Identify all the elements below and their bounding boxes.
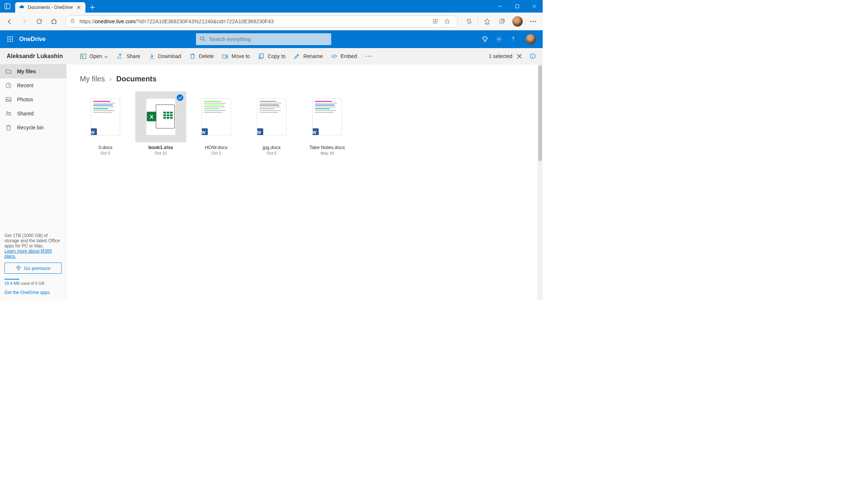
svg-line-23 bbox=[203, 40, 205, 41]
go-premium-button[interactable]: Go premium bbox=[4, 263, 62, 274]
account-avatar[interactable] bbox=[526, 34, 536, 44]
chevron-down-icon bbox=[104, 54, 109, 58]
file-name: jpg.docx bbox=[263, 145, 281, 150]
app-header: OneDrive bbox=[0, 30, 543, 48]
info-icon[interactable] bbox=[529, 53, 536, 60]
command-bar: Aleksandr Lukashin Open Share Download D… bbox=[0, 48, 543, 64]
check-icon bbox=[177, 94, 183, 101]
onedrive-favicon-icon bbox=[19, 4, 25, 10]
tab-title: Documents - OneDrive bbox=[28, 5, 73, 10]
svg-rect-27 bbox=[260, 54, 263, 58]
svg-rect-7 bbox=[433, 21, 435, 23]
svg-rect-17 bbox=[10, 38, 11, 40]
photos-icon bbox=[5, 96, 12, 103]
move-button[interactable]: Move to bbox=[222, 53, 250, 60]
svg-rect-15 bbox=[12, 36, 13, 37]
favorites-icon[interactable] bbox=[481, 15, 494, 28]
new-tab-button[interactable] bbox=[87, 2, 98, 13]
address-bar[interactable]: https://onedrive.live.com/?id=722A10E368… bbox=[65, 15, 458, 28]
file-date: Oct 5 bbox=[267, 151, 277, 155]
refresh-button[interactable] bbox=[33, 15, 46, 28]
forward-button[interactable] bbox=[18, 15, 31, 28]
file-tile[interactable]: W bbox=[80, 91, 131, 142]
sidebar: My files Recent Photos Shared Recycle bi… bbox=[0, 64, 67, 300]
sidebar-item-my-files[interactable]: My files bbox=[0, 64, 66, 78]
home-button[interactable] bbox=[47, 15, 61, 28]
rename-button[interactable]: Rename bbox=[294, 53, 323, 60]
word-badge-icon: W bbox=[91, 128, 97, 135]
file-date: Oct 5 bbox=[211, 151, 221, 155]
svg-point-30 bbox=[370, 55, 371, 57]
more-commands-icon[interactable] bbox=[365, 53, 372, 60]
titlebar: Documents - OneDrive bbox=[0, 0, 543, 13]
app-name[interactable]: OneDrive bbox=[19, 36, 45, 43]
collections-icon[interactable] bbox=[495, 15, 509, 28]
svg-rect-3 bbox=[516, 5, 519, 8]
back-button[interactable] bbox=[3, 15, 16, 28]
clear-selection-icon[interactable] bbox=[516, 53, 523, 60]
file-tile[interactable]: X bbox=[135, 91, 186, 142]
browser-tab[interactable]: Documents - OneDrive bbox=[15, 2, 85, 13]
svg-point-37 bbox=[9, 112, 11, 114]
share-button[interactable]: Share bbox=[117, 53, 140, 60]
help-icon[interactable] bbox=[509, 36, 517, 43]
extensions-icon[interactable] bbox=[462, 15, 476, 28]
sidebar-item-recycle[interactable]: Recycle bin bbox=[0, 121, 66, 135]
file-tile[interactable]: W bbox=[246, 91, 297, 142]
svg-rect-0 bbox=[5, 4, 10, 9]
svg-point-28 bbox=[366, 55, 367, 57]
download-button[interactable]: Download bbox=[149, 53, 181, 60]
owner-name: Aleksandr Lukashin bbox=[7, 53, 73, 60]
open-button[interactable]: Open bbox=[80, 53, 109, 60]
scrollbar[interactable] bbox=[538, 64, 543, 300]
app-launcher-icon[interactable] bbox=[4, 33, 16, 45]
rename-icon bbox=[294, 53, 300, 60]
tab-actions-icon[interactable] bbox=[0, 3, 15, 9]
svg-point-11 bbox=[533, 21, 534, 22]
delete-icon bbox=[189, 53, 196, 60]
sidebar-item-shared[interactable]: Shared bbox=[0, 107, 66, 121]
selection-count: 1 selected bbox=[489, 53, 512, 59]
file-date: May 18 bbox=[321, 151, 334, 155]
search-input[interactable] bbox=[209, 36, 328, 42]
maximize-button[interactable] bbox=[509, 0, 526, 13]
promo-link[interactable]: Learn more about M365 plans. bbox=[4, 249, 52, 259]
get-apps-link[interactable]: Get the OneDrive apps bbox=[4, 290, 62, 295]
delete-button[interactable]: Delete bbox=[189, 53, 214, 60]
app-available-icon[interactable] bbox=[430, 16, 441, 27]
svg-point-29 bbox=[368, 55, 369, 57]
file-name: HOW.docx bbox=[205, 145, 228, 150]
share-icon bbox=[117, 53, 123, 60]
excel-icon bbox=[80, 53, 87, 60]
close-tab-icon[interactable] bbox=[76, 4, 82, 10]
word-badge-icon: W bbox=[201, 128, 208, 135]
promo-text: Get 1TB (1000 GB) of storage and the lat… bbox=[4, 233, 62, 249]
word-badge-icon: W bbox=[312, 128, 319, 135]
search-box[interactable] bbox=[196, 33, 331, 45]
settings-icon[interactable] bbox=[495, 36, 503, 43]
svg-point-36 bbox=[7, 112, 9, 114]
svg-rect-5 bbox=[433, 19, 435, 21]
file-date: Oct 15 bbox=[155, 151, 167, 155]
svg-point-33 bbox=[532, 54, 533, 55]
main-content: My files › Documents W3.docxOct 5Xbook1.… bbox=[67, 64, 543, 300]
svg-point-22 bbox=[200, 37, 204, 40]
sidebar-item-photos[interactable]: Photos bbox=[0, 92, 66, 107]
close-window-button[interactable] bbox=[526, 0, 543, 13]
premium-icon[interactable] bbox=[481, 36, 489, 43]
shared-icon bbox=[5, 110, 12, 117]
add-favorite-icon[interactable] bbox=[441, 16, 453, 27]
svg-rect-14 bbox=[10, 36, 11, 37]
file-tile[interactable]: W bbox=[191, 91, 242, 142]
minimize-button[interactable] bbox=[492, 0, 509, 13]
file-date: Oct 5 bbox=[101, 151, 110, 155]
sidebar-item-recent[interactable]: Recent bbox=[0, 78, 66, 92]
breadcrumb-root[interactable]: My files bbox=[80, 75, 105, 83]
browser-profile-avatar[interactable] bbox=[512, 16, 523, 27]
file-tile[interactable]: W bbox=[302, 91, 353, 142]
copy-button[interactable]: Copy to bbox=[258, 53, 285, 60]
browser-menu-icon[interactable] bbox=[526, 15, 540, 28]
svg-rect-35 bbox=[6, 98, 11, 102]
svg-rect-26 bbox=[81, 54, 86, 58]
embed-button[interactable]: Embed bbox=[331, 53, 357, 60]
